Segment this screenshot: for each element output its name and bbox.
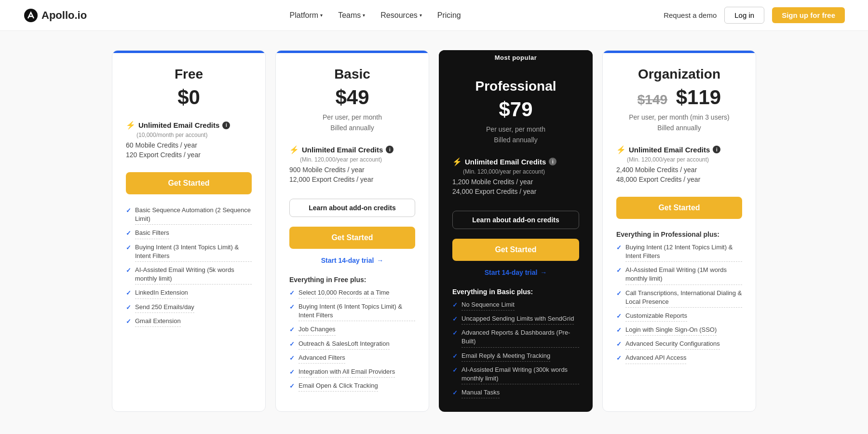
feature-text: Call Transcriptions, International Diali… (625, 289, 742, 308)
feature-item: ✓ Buying Intent (6 Intent Topics Limit) … (289, 302, 415, 321)
feature-item: ✓ AI-Assisted Email Writing (300k words … (452, 366, 579, 384)
feature-text: Gmail Extension (135, 317, 181, 327)
login-button[interactable]: Log in (724, 7, 764, 24)
check-icon: ✓ (289, 289, 295, 298)
feature-item: ✓ Advanced Security Configurations (616, 339, 742, 350)
signup-button[interactable]: Sign up for free (772, 7, 845, 23)
feature-text: Buying Intent (3 Intent Topics Limit) & … (135, 243, 252, 262)
learn-credits-button[interactable]: Learn about add-on credits (452, 211, 579, 229)
feature-item: ✓ Email Reply & Meeting Tracking (452, 352, 579, 362)
feature-text: AI-Assisted Email Writing (1M words mont… (625, 266, 742, 285)
logo[interactable]: Apollo.io (23, 8, 87, 23)
feature-item: ✓ Buying Intent (12 Intent Topics Limit)… (616, 243, 742, 262)
check-icon: ✓ (616, 340, 622, 349)
feature-item: ✓ Buying Intent (3 Intent Topics Limit) … (126, 243, 252, 262)
feature-text: Advanced Reports & Dashboards (Pre-Built… (461, 328, 579, 347)
feature-item: ✓ Uncapped Sending Limits with SendGrid (452, 314, 579, 325)
plan-price: $0 (126, 86, 252, 109)
check-icon: ✓ (452, 389, 458, 397)
email-credits-label: Unlimited Email Credits (629, 146, 710, 154)
plan-name: Professional (452, 79, 579, 94)
arrow-right-icon: → (377, 257, 383, 264)
check-icon: ✓ (289, 340, 295, 349)
email-credits-label: Unlimited Email Credits (138, 121, 219, 129)
arrow-right-icon: → (540, 269, 547, 276)
plan-name: Basic (289, 67, 415, 82)
mobile-credits: 60 Mobile Credits / year (126, 141, 252, 149)
trial-link[interactable]: Start 14-day trial → (452, 269, 579, 276)
feature-text: Basic Sequence Automation (2 Sequence Li… (135, 206, 252, 225)
card-body: Professional $79 Per user, per monthBill… (439, 65, 593, 412)
check-icon: ✓ (289, 303, 295, 312)
plan-billing: Per user, per monthBilled annually (289, 112, 415, 134)
export-credits: 12,000 Export Credits / year (289, 176, 415, 183)
feature-text: AI-Assisted Email Writing (300k words mo… (461, 366, 579, 384)
feature-text: Outreach & SalesLoft Integration (298, 339, 390, 350)
feature-item: ✓ Advanced API Access (616, 353, 742, 364)
feature-item: ✓ Advanced Reports & Dashboards (Pre-Bui… (452, 328, 579, 347)
card-body: Organization $149 $119 Per user, per mon… (603, 53, 756, 411)
email-credits-sub: (Min. 120,000/year per account) (452, 168, 579, 175)
check-icon: ✓ (126, 266, 131, 275)
get-started-button[interactable]: Get Started (616, 197, 742, 219)
feature-text: AI-Assisted Email Writing (5k words mont… (135, 266, 252, 285)
plan-price: $149 $119 (616, 86, 742, 109)
check-icon: ✓ (616, 312, 622, 321)
most-popular-badge: Most popular (439, 50, 593, 65)
nav-platform[interactable]: Platform ▾ (290, 11, 323, 20)
feature-item: ✓ Manual Tasks (452, 388, 579, 398)
plan-price-old: $149 (637, 92, 667, 107)
feature-text: No Sequence Limit (461, 300, 515, 311)
check-icon: ✓ (289, 354, 295, 363)
email-credits-sub: (Min. 120,000/year per account) (616, 156, 742, 163)
feature-text: Send 250 Emails/day (135, 303, 194, 313)
plan-price: $79 (452, 98, 579, 121)
info-icon[interactable]: i (713, 146, 720, 153)
email-credits-row: ⚡ Unlimited Email Credits i (126, 121, 252, 130)
email-credits-sub: (Min. 120,000/year per account) (289, 156, 415, 163)
feature-text: Login with Single Sign-On (SSO) (625, 326, 717, 336)
chevron-down-icon: ▾ (363, 13, 365, 18)
nav-teams[interactable]: Teams ▾ (338, 11, 365, 20)
learn-credits-button[interactable]: Learn about add-on credits (289, 199, 415, 217)
plan-price: $49 (289, 86, 415, 109)
email-credits-row: ⚡ Unlimited Email Credits i (289, 145, 415, 154)
check-icon: ✓ (126, 229, 131, 238)
mobile-credits: 2,400 Mobile Credits / year (616, 166, 742, 174)
nav-pricing[interactable]: Pricing (437, 11, 461, 20)
info-icon[interactable]: i (549, 158, 556, 165)
feature-item: ✓ AI-Assisted Email Writing (5k words mo… (126, 266, 252, 285)
check-icon: ✓ (616, 266, 622, 275)
check-icon: ✓ (616, 326, 622, 335)
get-started-button[interactable]: Get Started (289, 227, 415, 249)
info-icon[interactable]: i (222, 122, 230, 129)
feature-item: ✓ Select 10,000 Records at a Time (289, 288, 415, 298)
features-section: Everything in Professional plus: ✓ Buyin… (616, 231, 742, 368)
credits-section: ⚡ Unlimited Email Credits i (Min. 120,00… (452, 157, 579, 197)
get-started-button[interactable]: Get Started (452, 239, 579, 261)
feature-text: LinkedIn Extension (135, 288, 188, 298)
feature-text: Job Changes (298, 325, 336, 335)
features-section: Everything in Free plus: ✓ Select 10,000… (289, 276, 415, 396)
check-icon: ✓ (452, 329, 458, 338)
info-icon[interactable]: i (386, 146, 393, 153)
request-demo-link[interactable]: Request a demo (664, 11, 717, 19)
feature-text: Select 10,000 Records at a Time (298, 288, 390, 298)
card-body: Basic $49 Per user, per monthBilled annu… (276, 53, 429, 411)
check-icon: ✓ (126, 303, 131, 312)
export-credits: 120 Export Credits / year (126, 151, 252, 159)
feature-text: Advanced Security Configurations (625, 339, 720, 350)
feature-item: ✓ No Sequence Limit (452, 300, 579, 311)
bolt-icon: ⚡ (452, 157, 462, 166)
email-credits-row: ⚡ Unlimited Email Credits i (452, 157, 579, 166)
credits-section: ⚡ Unlimited Email Credits i (10,000/mont… (126, 121, 252, 161)
plan-card-basic: Basic $49 Per user, per monthBilled annu… (275, 50, 429, 412)
get-started-button[interactable]: Get Started (126, 172, 252, 194)
feature-text: Buying Intent (12 Intent Topics Limit) &… (625, 243, 742, 262)
check-icon: ✓ (289, 382, 295, 391)
export-credits: 24,000 Export Credits / year (452, 188, 579, 195)
feature-item: ✓ Customizable Reports (616, 312, 742, 322)
trial-link[interactable]: Start 14-day trial → (289, 257, 415, 264)
check-icon: ✓ (126, 206, 131, 215)
nav-resources[interactable]: Resources ▾ (380, 11, 421, 20)
